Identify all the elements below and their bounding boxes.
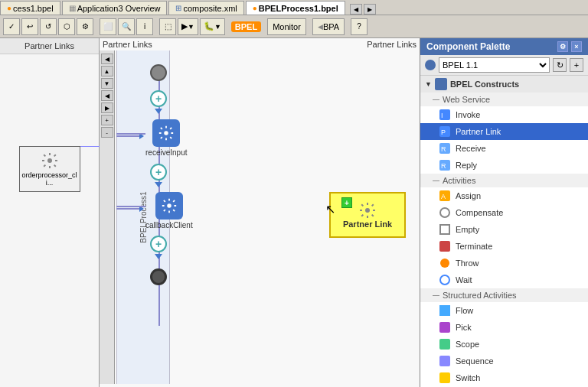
flow-label: Flow	[456, 306, 473, 315]
h-line-receive	[116, 133, 145, 135]
arrow-3	[155, 254, 162, 259]
pick-label: Pick	[456, 323, 472, 332]
receive-palette-label: Receive	[456, 144, 486, 153]
left-panel-title: Partner Links	[0, 38, 99, 54]
nav-btn-left[interactable]: ◀	[101, 90, 113, 101]
palette-item-throw[interactable]: Throw	[420, 255, 588, 272]
palette-subsection-structured[interactable]: — Structured Activities	[420, 288, 588, 302]
palette-item-empty[interactable]: Empty	[420, 221, 588, 238]
add-btn-2[interactable]: +	[150, 164, 167, 187]
partner-link-gear-icon	[41, 151, 59, 170]
tab-scroll-right[interactable]: ▶	[364, 4, 376, 15]
subsection-label-ws: Web Service	[443, 95, 490, 104]
palette-item-pick[interactable]: Pick	[420, 319, 588, 336]
toolbar-new[interactable]: ✓	[3, 18, 20, 35]
add-btn-3-circle[interactable]: +	[150, 236, 167, 252]
palette-refresh-btn[interactable]: ↻	[553, 58, 567, 72]
receive-gear[interactable]	[152, 119, 180, 147]
end-node	[150, 268, 167, 285]
tab-scroll-left[interactable]: ◀	[350, 4, 362, 15]
palette-section-bpel-constructs[interactable]: ▼ BPEL Constructs	[420, 76, 588, 93]
palette-icon-btn1[interactable]: ⚙	[557, 41, 568, 52]
pick-icon	[439, 321, 451, 333]
svg-rect-16	[439, 241, 450, 252]
palette-item-compensate[interactable]: Compensate	[420, 204, 588, 221]
palette-add-btn[interactable]: +	[570, 58, 583, 72]
end-circle	[150, 268, 167, 285]
tab-bpelprocess-bpel[interactable]: ● BPELProcess1.bpel	[246, 1, 345, 15]
toolbar-btn5[interactable]: ⚙	[77, 18, 93, 35]
bpa-button[interactable]: ◀ BPA	[312, 18, 345, 35]
toolbar-save[interactable]: ↺	[40, 18, 57, 35]
component-palette: Component Palette ⚙ × BPEL 1.1 ↻ + ▼ BPE…	[420, 38, 588, 387]
palette-item-reply[interactable]: R Reply	[420, 157, 588, 174]
palette-icon-btn2[interactable]: ×	[571, 41, 582, 52]
monitor-button[interactable]: Monitor	[267, 18, 306, 35]
palette-item-partner-link[interactable]: P Partner Link	[420, 123, 588, 140]
palette-item-assign[interactable]: A Assign	[420, 187, 588, 204]
toolbar-btn4[interactable]: ⬡	[58, 18, 75, 35]
palette-item-scope[interactable]: Scope	[420, 336, 588, 353]
palette-item-receive[interactable]: R Receive	[420, 140, 588, 157]
scope-icon	[439, 338, 451, 350]
toolbar-help[interactable]: ?	[351, 18, 368, 35]
nav-btn-up[interactable]: ▲	[101, 66, 113, 76]
nav-btn-right[interactable]: ▶	[101, 102, 113, 113]
invoke-label: Invoke	[456, 110, 480, 119]
tab-composite-xml[interactable]: ⊞ composite.xml	[168, 1, 243, 15]
center-canvas[interactable]: Partner Links Partner Links ◀ ▲ ▼ ◀ ▶ + …	[100, 38, 420, 387]
nav-btn-down[interactable]: ▼	[101, 78, 113, 89]
partner-link-palette-label: Partner Link	[456, 127, 501, 136]
palette-header: Component Palette ⚙ ×	[420, 38, 588, 55]
floating-partner-link-box[interactable]: Partner Link	[329, 192, 406, 238]
receive-node[interactable]: receiveInput	[145, 119, 187, 157]
callback-gear[interactable]	[155, 192, 183, 220]
toolbar-btn6[interactable]: ⬜	[100, 18, 116, 35]
subsection-arrow-ws: —	[433, 96, 439, 103]
partner-link-icon: P	[439, 125, 451, 138]
canvas-right-title: Partner Links	[367, 40, 416, 49]
reply-palette-label: Reply	[456, 161, 477, 170]
subsection-label-structured: Structured Activities	[443, 291, 517, 300]
tab-app3-overview[interactable]: ▦ Application3 Overview	[62, 1, 168, 15]
nav-btn-collapse[interactable]: ◀	[101, 54, 113, 64]
palette-version-row: BPEL 1.1 ↻ +	[420, 55, 588, 76]
compensate-icon	[439, 207, 451, 219]
nav-btn-zoomout[interactable]: -	[101, 127, 113, 138]
palette-item-switch[interactable]: Switch	[420, 369, 588, 386]
add-btn-1-circle[interactable]: +	[150, 90, 167, 107]
tab-cess1-bpel[interactable]: ● cess1.bpel	[0, 1, 60, 15]
terminate-icon	[439, 240, 451, 252]
arrow-2	[155, 182, 162, 187]
terminate-label: Terminate	[456, 242, 492, 251]
svg-point-1	[164, 131, 168, 135]
canvas-left-title: Partner Links	[103, 40, 152, 49]
toolbar-btn7[interactable]: 🔍	[118, 18, 135, 35]
palette-subsection-web-service[interactable]: — Web Service	[420, 93, 588, 106]
toolbar-btn8[interactable]: i	[136, 18, 153, 35]
palette-item-terminate[interactable]: Terminate	[420, 238, 588, 255]
bpel-badge[interactable]: BPEL	[231, 21, 261, 32]
toolbar-deploy-dropdown[interactable]: ▶▼	[178, 18, 198, 35]
toolbar-open[interactable]: ↩	[21, 18, 38, 35]
callback-node[interactable]: callbackClient	[145, 192, 193, 229]
svg-point-14	[440, 208, 449, 217]
orderprocessor-partner-link[interactable]: orderprocessor_cli...	[19, 146, 80, 192]
toolbar-debug-dropdown[interactable]: 🐛▼	[200, 18, 225, 35]
toolbar-btn9[interactable]: ⬚	[159, 18, 176, 35]
receive-icon: R	[439, 142, 451, 154]
drop-indicator: +	[341, 197, 352, 208]
svg-rect-15	[440, 225, 449, 234]
add-btn-2-circle[interactable]: +	[150, 164, 167, 180]
nav-btn-zoomin[interactable]: +	[101, 115, 113, 125]
sequence-label: Sequence	[456, 356, 494, 366]
palette-subsection-activities[interactable]: — Activities	[420, 174, 588, 187]
palette-item-invoke[interactable]: I Invoke	[420, 106, 588, 123]
palette-item-sequence[interactable]: Sequence	[420, 353, 588, 369]
palette-version-circle	[425, 60, 436, 70]
add-btn-3[interactable]: +	[150, 236, 167, 259]
palette-item-wait[interactable]: Wait	[420, 272, 588, 288]
add-btn-1[interactable]: +	[150, 90, 167, 114]
palette-version-select[interactable]: BPEL 1.1	[439, 57, 550, 73]
palette-item-flow[interactable]: Flow	[420, 302, 588, 319]
